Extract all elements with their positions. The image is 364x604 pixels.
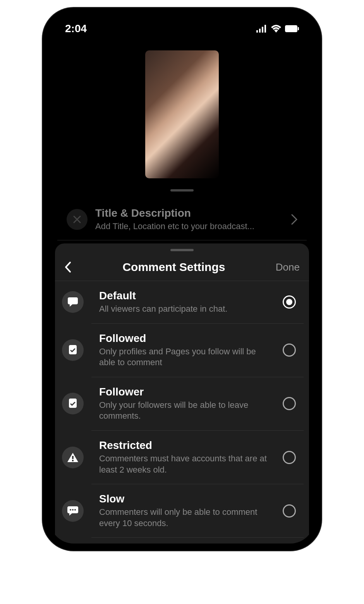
svg-rect-0 bbox=[256, 30, 258, 33]
screen: 2:04 Title & De bbox=[50, 15, 314, 544]
comment-settings-sheet: Comment Settings Done DefaultAll viewers… bbox=[55, 243, 309, 544]
option-text: FollowerOnly your followers will be able… bbox=[99, 386, 275, 422]
option-title: Follower bbox=[99, 386, 271, 398]
status-time: 2:04 bbox=[65, 22, 87, 35]
svg-rect-9 bbox=[72, 460, 74, 461]
title-description-subtitle: Add Title, Location etc to your broadcas… bbox=[95, 221, 283, 232]
warning-icon bbox=[62, 447, 84, 468]
camera-preview-area bbox=[50, 50, 314, 192]
option-title: Followed bbox=[99, 332, 271, 345]
badge-check-icon bbox=[62, 339, 84, 361]
chat-dots-icon bbox=[62, 500, 84, 522]
camera-preview[interactable] bbox=[145, 50, 219, 178]
radio-button[interactable] bbox=[283, 343, 296, 357]
svg-rect-7 bbox=[69, 399, 77, 408]
radio-button[interactable] bbox=[283, 504, 296, 518]
title-description-row[interactable]: Title & Description Add Title, Location … bbox=[57, 199, 307, 240]
option-title: Slow bbox=[99, 493, 271, 505]
option-restricted[interactable]: RestrictedCommenters must have accounts … bbox=[91, 431, 304, 484]
radio-button[interactable] bbox=[283, 451, 296, 464]
close-icon[interactable] bbox=[67, 209, 88, 230]
svg-rect-5 bbox=[298, 27, 299, 30]
battery-icon bbox=[285, 25, 299, 32]
sheet-title: Comment Settings bbox=[72, 261, 276, 274]
svg-point-11 bbox=[72, 509, 74, 511]
option-subtitle: Commenters must have accounts that are a… bbox=[99, 453, 271, 475]
title-description-label: Title & Description bbox=[95, 207, 283, 219]
chevron-right-icon bbox=[291, 214, 297, 225]
option-followed[interactable]: FollowedOnly profiles and Pages you foll… bbox=[91, 324, 304, 377]
option-default[interactable]: DefaultAll viewers can participate in ch… bbox=[91, 281, 304, 324]
svg-rect-6 bbox=[69, 345, 77, 354]
svg-rect-4 bbox=[285, 25, 297, 32]
radio-button[interactable] bbox=[283, 397, 296, 410]
preview-handle[interactable] bbox=[170, 189, 194, 192]
svg-rect-1 bbox=[259, 29, 261, 33]
phone-frame: 2:04 Title & De bbox=[43, 8, 321, 551]
svg-rect-2 bbox=[262, 27, 263, 33]
option-subtitle: Only profiles and Pages you follow will … bbox=[99, 346, 271, 368]
svg-point-12 bbox=[74, 509, 76, 511]
option-text: FollowedOnly profiles and Pages you foll… bbox=[99, 332, 275, 368]
option-subtitle: Commenters will only be able to comment … bbox=[99, 507, 271, 529]
svg-rect-3 bbox=[264, 25, 266, 33]
option-title: Default bbox=[99, 290, 271, 302]
option-protected[interactable]: ProtectedCommenters must have followed y… bbox=[91, 538, 304, 544]
badge-check-icon bbox=[62, 393, 84, 414]
option-slow[interactable]: SlowCommenters will only be able to comm… bbox=[91, 484, 304, 538]
chat-bubble-icon bbox=[62, 291, 84, 313]
option-text: DefaultAll viewers can participate in ch… bbox=[99, 290, 275, 315]
sheet-header: Comment Settings Done bbox=[55, 254, 309, 281]
option-text: SlowCommenters will only be able to comm… bbox=[99, 493, 275, 529]
sheet-drag-handle[interactable] bbox=[170, 249, 194, 251]
radio-button[interactable] bbox=[283, 295, 296, 309]
notch bbox=[128, 15, 236, 29]
option-subtitle: Only your followers will be able to leav… bbox=[99, 400, 271, 422]
option-subtitle: All viewers can participate in chat. bbox=[99, 304, 271, 315]
option-follower[interactable]: FollowerOnly your followers will be able… bbox=[91, 377, 304, 431]
options-list[interactable]: DefaultAll viewers can participate in ch… bbox=[55, 281, 309, 544]
option-text: RestrictedCommenters must have accounts … bbox=[99, 439, 275, 475]
option-title: Restricted bbox=[99, 439, 271, 452]
svg-point-10 bbox=[70, 509, 71, 511]
done-button[interactable]: Done bbox=[276, 261, 300, 273]
cellular-icon bbox=[256, 25, 267, 33]
svg-rect-8 bbox=[72, 456, 74, 459]
wifi-icon bbox=[271, 25, 281, 33]
